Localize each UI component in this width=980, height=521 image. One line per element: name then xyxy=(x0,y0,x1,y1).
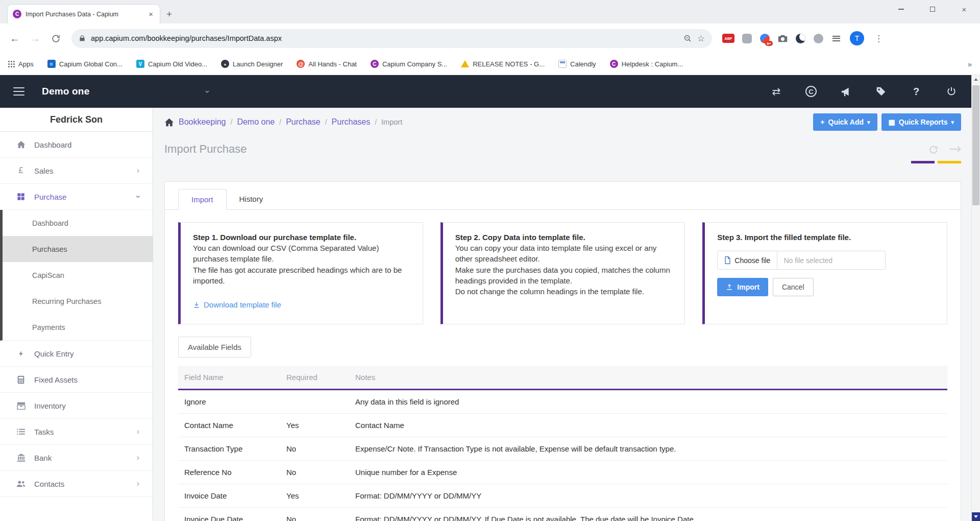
announcements-icon[interactable] xyxy=(840,85,852,98)
sidebar-item-sales[interactable]: £ Sales › xyxy=(0,158,153,184)
back-button[interactable]: ← xyxy=(6,30,23,47)
sidebar-item-fixed-assets[interactable]: Fixed Assets xyxy=(0,367,153,393)
breadcrumb-link-demo-one[interactable]: Demo one xyxy=(237,117,275,127)
refresh-button[interactable] xyxy=(47,30,64,47)
adblock-extension-icon[interactable]: ABP xyxy=(722,34,734,43)
bookmark-all-hands[interactable]: @ All Hands - Chat xyxy=(297,60,357,68)
import-button[interactable]: Import xyxy=(717,278,768,296)
extension-icon[interactable] xyxy=(741,33,752,44)
column-header-required: Required xyxy=(280,366,349,390)
scrollbar-thumb[interactable] xyxy=(972,85,979,205)
cell-field-name: Invoice Date xyxy=(178,484,280,508)
profile-avatar[interactable]: T xyxy=(850,31,864,45)
import-button-label: Import xyxy=(737,283,760,291)
capium-logo-icon[interactable]: C xyxy=(805,86,817,97)
sidebar-item-quick-entry[interactable]: Quick Entry xyxy=(0,341,153,367)
sidebar-item-label: Purchase xyxy=(34,193,66,201)
url-text[interactable]: app.capium.com/bookkeeping/purchases/Imp… xyxy=(91,34,678,42)
address-bar[interactable]: app.capium.com/bookkeeping/purchases/Imp… xyxy=(71,29,712,48)
bookmark-label: Calendly xyxy=(570,60,596,68)
transfer-icon[interactable]: ⇄ xyxy=(770,85,782,98)
sync-icon[interactable] xyxy=(928,145,939,155)
file-input[interactable]: Choose file No file selected xyxy=(717,251,886,270)
cell-field-name: Ignore xyxy=(178,390,280,414)
darkmode-extension-icon[interactable] xyxy=(795,33,806,44)
table-row: Invoice Date Yes Format: DD/MM/YYYY or D… xyxy=(178,484,947,508)
company-name[interactable]: Demo one xyxy=(42,86,89,97)
cell-required: No xyxy=(280,437,349,461)
extensions-area: ABP 9+ xyxy=(722,33,842,44)
fields-table: Field Name Required Notes Ignore Any dat… xyxy=(178,366,947,521)
sidebar-item-inventory[interactable]: Inventory xyxy=(0,393,153,419)
file-placeholder-text: No file selected xyxy=(777,251,839,269)
sidebar-item-contacts[interactable]: Contacts › xyxy=(0,471,153,497)
breadcrumb-home-icon[interactable] xyxy=(164,118,174,127)
notification-extension-icon[interactable]: 9+ xyxy=(759,33,770,44)
forward-button[interactable]: → xyxy=(27,30,44,47)
bookmark-capium-global[interactable]: ≡ Capium Global Con... xyxy=(47,60,122,68)
page-scrollbar[interactable] xyxy=(971,75,980,521)
company-chevron-icon[interactable]: › xyxy=(204,90,212,93)
scrollbar-up-arrow[interactable] xyxy=(972,75,980,84)
quick-reports-button[interactable]: ▦ Quick Reports ▾ xyxy=(881,113,961,131)
submenu-item-purchases[interactable]: Purchases xyxy=(3,236,153,262)
bookmark-label: All Hands - Chat xyxy=(308,60,357,68)
quick-add-label: Quick Add xyxy=(828,118,864,126)
window-maximize-button[interactable] xyxy=(917,0,948,18)
tab-close-icon[interactable]: × xyxy=(147,10,155,18)
sidebar-item-bank[interactable]: Bank › xyxy=(0,445,153,471)
step2-line1: You can copy your data into template fil… xyxy=(455,243,673,265)
sidebar-item-label: Quick Entry xyxy=(34,349,74,358)
help-icon[interactable]: ? xyxy=(910,85,922,98)
chevron-right-icon: › xyxy=(137,453,139,462)
bookmark-capium-video[interactable]: V Capium Old Video... xyxy=(136,60,207,68)
bookmark-launch-designer[interactable]: ▲ Launch Designer xyxy=(221,60,283,68)
tag-icon[interactable] xyxy=(875,85,887,98)
reading-list-icon[interactable] xyxy=(830,33,842,44)
submenu-item-dashboard[interactable]: Dashboard xyxy=(3,210,153,236)
breadcrumb-link-purchase[interactable]: Purchase xyxy=(286,117,321,127)
breadcrumb-link-purchases[interactable]: Purchases xyxy=(332,117,371,127)
screenshot-extension-icon[interactable] xyxy=(777,33,788,44)
bookmark-apps[interactable]: Apps xyxy=(8,60,34,68)
logout-power-icon[interactable] xyxy=(945,85,958,98)
expand-arrow-icon[interactable] xyxy=(949,145,961,154)
bookmark-capium-company[interactable]: C Capium Company S... xyxy=(371,60,447,68)
bookmarks-overflow-icon[interactable]: » xyxy=(968,60,972,68)
new-tab-button[interactable]: + xyxy=(166,9,172,20)
breadcrumb-link-bookkeeping[interactable]: Bookkeeping xyxy=(179,117,226,127)
submenu-item-recurring-purchases[interactable]: Recurring Purchases xyxy=(3,288,153,314)
hamburger-menu-icon[interactable] xyxy=(13,85,24,98)
bookmark-star-icon[interactable]: ☆ xyxy=(697,33,705,44)
sidebar-item-tasks[interactable]: Tasks › xyxy=(0,419,153,445)
choose-file-button[interactable]: Choose file xyxy=(718,251,777,269)
bookmark-release-notes[interactable]: RELEASE NOTES - G... xyxy=(461,60,545,68)
tab-history[interactable]: History xyxy=(227,189,276,209)
submenu-item-capiscan[interactable]: CapiScan xyxy=(3,262,153,288)
browser-tab[interactable]: C Import Purchases Data - Capium × xyxy=(7,4,160,23)
window-minimize-button[interactable] xyxy=(885,0,917,18)
bookmark-label: Launch Designer xyxy=(233,60,283,68)
lightning-icon xyxy=(15,349,27,358)
quick-add-button[interactable]: + Quick Add ▾ xyxy=(813,113,877,131)
sidebar-item-dashboard[interactable]: Dashboard xyxy=(0,132,153,158)
bookmark-favicon: ≡ xyxy=(47,60,56,68)
tab-import[interactable]: Import xyxy=(178,189,227,210)
sidebar-item-label: Inventory xyxy=(34,401,66,410)
cancel-button[interactable]: Cancel xyxy=(773,278,814,296)
cell-required: No xyxy=(280,508,349,521)
zoom-icon[interactable] xyxy=(683,34,692,43)
submenu-item-payments[interactable]: Payments xyxy=(3,314,153,340)
crescent-icon xyxy=(796,34,805,43)
available-fields-tab[interactable]: Available Fields xyxy=(178,337,251,358)
bookmark-calendly[interactable]: Calendly xyxy=(558,60,596,68)
browser-menu-icon[interactable]: ⋮ xyxy=(871,33,886,44)
step3-title: Step 3. Import the filled template file. xyxy=(717,233,935,242)
extension-icon-2[interactable] xyxy=(813,33,824,44)
window-close-button[interactable]: × xyxy=(948,0,980,18)
sidebar-item-purchase[interactable]: Purchase › xyxy=(0,184,153,210)
scrollbar-down-arrow[interactable] xyxy=(972,512,980,521)
sidebar-item-label: Dashboard xyxy=(34,140,71,149)
bookmark-helpdesk[interactable]: C Helpdesk : Capium... xyxy=(610,60,683,68)
download-template-link[interactable]: Download template file xyxy=(193,300,410,309)
